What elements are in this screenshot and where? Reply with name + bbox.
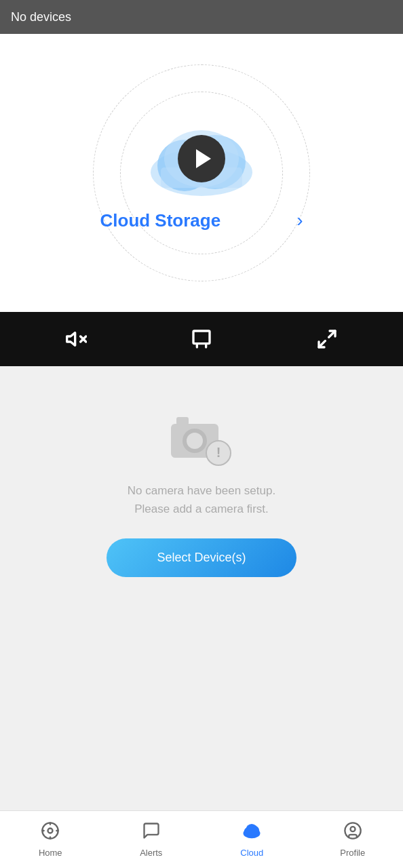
nav-item-alerts[interactable]: Alerts xyxy=(101,821,202,858)
cloud-promo-section[interactable]: Cloud Storage › xyxy=(0,34,403,312)
svg-marker-5 xyxy=(67,333,75,346)
camera-error-icon: ! xyxy=(164,407,239,468)
expand-button[interactable] xyxy=(310,322,344,356)
play-button[interactable] xyxy=(178,135,225,182)
main-content: ! No camera have been setup. Please add … xyxy=(0,366,403,814)
home-icon xyxy=(41,821,60,845)
cloud-storage-label: Cloud Storage xyxy=(100,210,221,231)
svg-point-15 xyxy=(187,433,203,449)
cloud-label-nav: Cloud xyxy=(240,848,263,858)
nav-item-home[interactable]: Home xyxy=(0,821,101,858)
profile-icon xyxy=(343,821,362,845)
status-title: No devices xyxy=(11,10,71,24)
no-camera-line2: Please add a camera first. xyxy=(134,502,268,515)
cloud-icon-wrap xyxy=(134,115,269,203)
cloud-label-row[interactable]: Cloud Storage › xyxy=(100,210,303,231)
mute-icon xyxy=(65,328,87,350)
chevron-right-icon[interactable]: › xyxy=(296,210,303,231)
select-device-button[interactable]: Select Device(s) xyxy=(107,538,296,577)
nav-item-cloud[interactable]: Cloud xyxy=(202,821,303,858)
alerts-label: Alerts xyxy=(140,848,162,858)
no-camera-message: No camera have been setup. Please add a … xyxy=(128,481,275,518)
alerts-icon xyxy=(142,821,161,845)
profile-label: Profile xyxy=(340,848,365,858)
expand-icon xyxy=(316,328,338,350)
svg-point-20 xyxy=(48,829,53,833)
no-camera-line1: No camera have been setup. xyxy=(128,484,275,497)
play-triangle-icon xyxy=(196,149,211,168)
svg-text:!: ! xyxy=(216,445,221,460)
mute-button[interactable] xyxy=(59,322,93,356)
svg-point-30 xyxy=(350,827,355,831)
svg-point-28 xyxy=(246,824,258,836)
status-bar: No devices xyxy=(0,0,403,34)
cloud-nav-icon xyxy=(242,821,262,845)
crop-icon xyxy=(191,328,212,350)
bottom-nav: Home Alerts Cloud xyxy=(0,810,403,868)
cloud-content: Cloud Storage › xyxy=(100,115,303,231)
nav-item-profile[interactable]: Profile xyxy=(303,821,404,858)
svg-rect-8 xyxy=(193,331,210,344)
home-label: Home xyxy=(39,848,62,858)
video-toolbar xyxy=(0,312,403,366)
crop-button[interactable] xyxy=(185,322,218,356)
svg-rect-16 xyxy=(176,417,189,425)
